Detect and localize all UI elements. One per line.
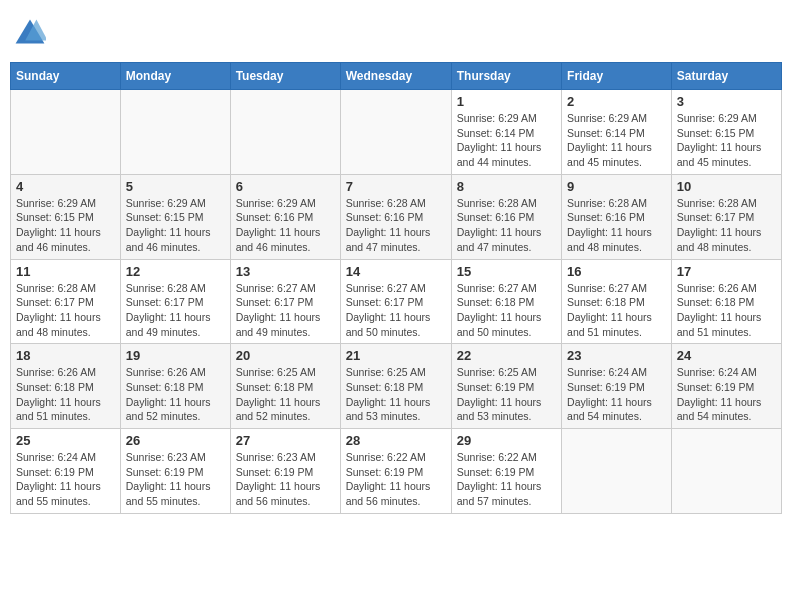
- day-number: 1: [457, 94, 556, 109]
- day-info: Sunrise: 6:29 AM Sunset: 6:14 PM Dayligh…: [457, 111, 556, 170]
- day-header: Friday: [562, 63, 672, 90]
- calendar-week-row: 18Sunrise: 6:26 AM Sunset: 6:18 PM Dayli…: [11, 344, 782, 429]
- calendar-cell: 8Sunrise: 6:28 AM Sunset: 6:16 PM Daylig…: [451, 174, 561, 259]
- day-number: 8: [457, 179, 556, 194]
- day-number: 2: [567, 94, 666, 109]
- calendar-cell: [562, 429, 672, 514]
- day-info: Sunrise: 6:23 AM Sunset: 6:19 PM Dayligh…: [236, 450, 335, 509]
- calendar-cell: 29Sunrise: 6:22 AM Sunset: 6:19 PM Dayli…: [451, 429, 561, 514]
- page-header: [10, 10, 782, 54]
- day-info: Sunrise: 6:27 AM Sunset: 6:17 PM Dayligh…: [346, 281, 446, 340]
- calendar-cell: 2Sunrise: 6:29 AM Sunset: 6:14 PM Daylig…: [562, 90, 672, 175]
- day-number: 19: [126, 348, 225, 363]
- calendar-cell: 5Sunrise: 6:29 AM Sunset: 6:15 PM Daylig…: [120, 174, 230, 259]
- day-info: Sunrise: 6:29 AM Sunset: 6:16 PM Dayligh…: [236, 196, 335, 255]
- calendar-header-row: SundayMondayTuesdayWednesdayThursdayFrid…: [11, 63, 782, 90]
- day-header: Thursday: [451, 63, 561, 90]
- calendar-cell: 16Sunrise: 6:27 AM Sunset: 6:18 PM Dayli…: [562, 259, 672, 344]
- day-info: Sunrise: 6:26 AM Sunset: 6:18 PM Dayligh…: [16, 365, 115, 424]
- calendar-cell: 13Sunrise: 6:27 AM Sunset: 6:17 PM Dayli…: [230, 259, 340, 344]
- calendar-cell: 1Sunrise: 6:29 AM Sunset: 6:14 PM Daylig…: [451, 90, 561, 175]
- calendar-week-row: 25Sunrise: 6:24 AM Sunset: 6:19 PM Dayli…: [11, 429, 782, 514]
- day-info: Sunrise: 6:28 AM Sunset: 6:16 PM Dayligh…: [457, 196, 556, 255]
- day-number: 20: [236, 348, 335, 363]
- day-info: Sunrise: 6:28 AM Sunset: 6:16 PM Dayligh…: [346, 196, 446, 255]
- calendar-cell: 4Sunrise: 6:29 AM Sunset: 6:15 PM Daylig…: [11, 174, 121, 259]
- day-number: 23: [567, 348, 666, 363]
- day-number: 16: [567, 264, 666, 279]
- calendar-cell: 21Sunrise: 6:25 AM Sunset: 6:18 PM Dayli…: [340, 344, 451, 429]
- calendar-cell: 7Sunrise: 6:28 AM Sunset: 6:16 PM Daylig…: [340, 174, 451, 259]
- day-number: 13: [236, 264, 335, 279]
- calendar-cell: 17Sunrise: 6:26 AM Sunset: 6:18 PM Dayli…: [671, 259, 781, 344]
- day-info: Sunrise: 6:27 AM Sunset: 6:18 PM Dayligh…: [457, 281, 556, 340]
- day-info: Sunrise: 6:28 AM Sunset: 6:17 PM Dayligh…: [126, 281, 225, 340]
- calendar-cell: 22Sunrise: 6:25 AM Sunset: 6:19 PM Dayli…: [451, 344, 561, 429]
- day-header: Wednesday: [340, 63, 451, 90]
- day-info: Sunrise: 6:29 AM Sunset: 6:14 PM Dayligh…: [567, 111, 666, 170]
- day-info: Sunrise: 6:24 AM Sunset: 6:19 PM Dayligh…: [16, 450, 115, 509]
- calendar-cell: 18Sunrise: 6:26 AM Sunset: 6:18 PM Dayli…: [11, 344, 121, 429]
- calendar-cell: 10Sunrise: 6:28 AM Sunset: 6:17 PM Dayli…: [671, 174, 781, 259]
- day-info: Sunrise: 6:26 AM Sunset: 6:18 PM Dayligh…: [677, 281, 776, 340]
- day-number: 3: [677, 94, 776, 109]
- calendar-cell: 26Sunrise: 6:23 AM Sunset: 6:19 PM Dayli…: [120, 429, 230, 514]
- day-number: 4: [16, 179, 115, 194]
- calendar-week-row: 11Sunrise: 6:28 AM Sunset: 6:17 PM Dayli…: [11, 259, 782, 344]
- day-info: Sunrise: 6:24 AM Sunset: 6:19 PM Dayligh…: [677, 365, 776, 424]
- day-number: 21: [346, 348, 446, 363]
- day-number: 11: [16, 264, 115, 279]
- calendar-cell: 3Sunrise: 6:29 AM Sunset: 6:15 PM Daylig…: [671, 90, 781, 175]
- day-info: Sunrise: 6:27 AM Sunset: 6:18 PM Dayligh…: [567, 281, 666, 340]
- calendar-cell: 6Sunrise: 6:29 AM Sunset: 6:16 PM Daylig…: [230, 174, 340, 259]
- calendar-cell: 15Sunrise: 6:27 AM Sunset: 6:18 PM Dayli…: [451, 259, 561, 344]
- calendar-cell: 9Sunrise: 6:28 AM Sunset: 6:16 PM Daylig…: [562, 174, 672, 259]
- calendar-cell: 20Sunrise: 6:25 AM Sunset: 6:18 PM Dayli…: [230, 344, 340, 429]
- calendar-cell: 12Sunrise: 6:28 AM Sunset: 6:17 PM Dayli…: [120, 259, 230, 344]
- day-number: 6: [236, 179, 335, 194]
- calendar-cell: [11, 90, 121, 175]
- day-number: 27: [236, 433, 335, 448]
- day-header: Tuesday: [230, 63, 340, 90]
- calendar-cell: [120, 90, 230, 175]
- day-info: Sunrise: 6:29 AM Sunset: 6:15 PM Dayligh…: [677, 111, 776, 170]
- calendar-cell: 28Sunrise: 6:22 AM Sunset: 6:19 PM Dayli…: [340, 429, 451, 514]
- calendar-cell: 23Sunrise: 6:24 AM Sunset: 6:19 PM Dayli…: [562, 344, 672, 429]
- day-info: Sunrise: 6:29 AM Sunset: 6:15 PM Dayligh…: [16, 196, 115, 255]
- calendar-cell: 14Sunrise: 6:27 AM Sunset: 6:17 PM Dayli…: [340, 259, 451, 344]
- day-number: 25: [16, 433, 115, 448]
- day-header: Monday: [120, 63, 230, 90]
- calendar-cell: 19Sunrise: 6:26 AM Sunset: 6:18 PM Dayli…: [120, 344, 230, 429]
- day-number: 14: [346, 264, 446, 279]
- calendar-body: 1Sunrise: 6:29 AM Sunset: 6:14 PM Daylig…: [11, 90, 782, 514]
- day-number: 12: [126, 264, 225, 279]
- day-header: Sunday: [11, 63, 121, 90]
- calendar-cell: 27Sunrise: 6:23 AM Sunset: 6:19 PM Dayli…: [230, 429, 340, 514]
- day-info: Sunrise: 6:29 AM Sunset: 6:15 PM Dayligh…: [126, 196, 225, 255]
- day-number: 26: [126, 433, 225, 448]
- day-number: 9: [567, 179, 666, 194]
- day-number: 10: [677, 179, 776, 194]
- calendar-cell: 11Sunrise: 6:28 AM Sunset: 6:17 PM Dayli…: [11, 259, 121, 344]
- day-info: Sunrise: 6:25 AM Sunset: 6:18 PM Dayligh…: [346, 365, 446, 424]
- calendar-cell: 24Sunrise: 6:24 AM Sunset: 6:19 PM Dayli…: [671, 344, 781, 429]
- calendar-cell: 25Sunrise: 6:24 AM Sunset: 6:19 PM Dayli…: [11, 429, 121, 514]
- logo-icon: [14, 18, 46, 46]
- day-number: 5: [126, 179, 225, 194]
- day-info: Sunrise: 6:26 AM Sunset: 6:18 PM Dayligh…: [126, 365, 225, 424]
- day-number: 24: [677, 348, 776, 363]
- calendar-cell: [230, 90, 340, 175]
- day-info: Sunrise: 6:27 AM Sunset: 6:17 PM Dayligh…: [236, 281, 335, 340]
- day-number: 18: [16, 348, 115, 363]
- calendar-week-row: 4Sunrise: 6:29 AM Sunset: 6:15 PM Daylig…: [11, 174, 782, 259]
- calendar-week-row: 1Sunrise: 6:29 AM Sunset: 6:14 PM Daylig…: [11, 90, 782, 175]
- day-number: 15: [457, 264, 556, 279]
- calendar-cell: [671, 429, 781, 514]
- day-number: 29: [457, 433, 556, 448]
- calendar-table: SundayMondayTuesdayWednesdayThursdayFrid…: [10, 62, 782, 514]
- day-info: Sunrise: 6:25 AM Sunset: 6:19 PM Dayligh…: [457, 365, 556, 424]
- day-number: 7: [346, 179, 446, 194]
- day-info: Sunrise: 6:28 AM Sunset: 6:17 PM Dayligh…: [677, 196, 776, 255]
- day-info: Sunrise: 6:28 AM Sunset: 6:17 PM Dayligh…: [16, 281, 115, 340]
- day-info: Sunrise: 6:28 AM Sunset: 6:16 PM Dayligh…: [567, 196, 666, 255]
